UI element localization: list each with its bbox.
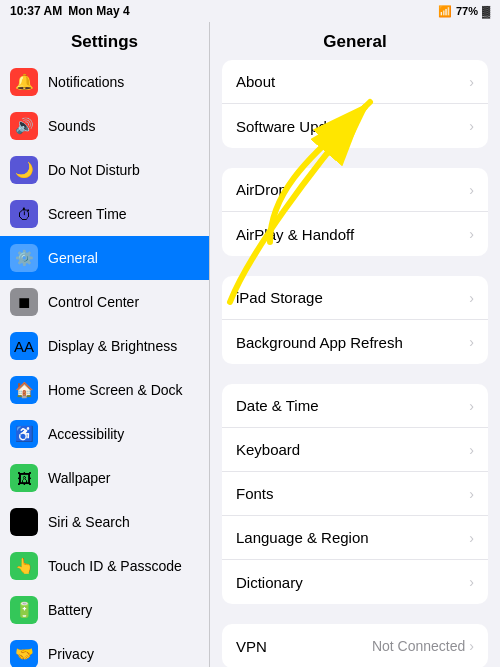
- sidebar: Settings 🔔Notifications🔊Sounds🌙Do Not Di…: [0, 22, 210, 667]
- sidebar-item-label-sounds: Sounds: [48, 118, 95, 134]
- row-label-dictionary: Dictionary: [236, 574, 303, 591]
- chevron-icon-date-time: ›: [469, 398, 474, 414]
- sidebar-item-label-screen-time: Screen Time: [48, 206, 127, 222]
- settings-row-language-region[interactable]: Language & Region›: [222, 516, 488, 560]
- sidebar-item-wallpaper[interactable]: 🖼Wallpaper: [0, 456, 209, 500]
- status-time: 10:37 AM: [10, 4, 62, 18]
- notifications-icon: 🔔: [10, 68, 38, 96]
- settings-row-keyboard[interactable]: Keyboard›: [222, 428, 488, 472]
- display-brightness-icon: AA: [10, 332, 38, 360]
- sidebar-item-label-do-not-disturb: Do Not Disturb: [48, 162, 140, 178]
- chevron-icon-language-region: ›: [469, 530, 474, 546]
- settings-group-group4: Date & Time›Keyboard›Fonts›Language & Re…: [222, 384, 488, 604]
- control-center-icon: ◼: [10, 288, 38, 316]
- main-container: Settings 🔔Notifications🔊Sounds🌙Do Not Di…: [0, 22, 500, 667]
- row-right-airplay-handoff: ›: [469, 226, 474, 242]
- settings-row-background-app-refresh[interactable]: Background App Refresh›: [222, 320, 488, 364]
- sidebar-item-label-touch-id-passcode: Touch ID & Passcode: [48, 558, 182, 574]
- row-label-software-update: Software Update: [236, 118, 348, 135]
- row-label-vpn: VPN: [236, 638, 267, 655]
- sidebar-item-home-screen-dock[interactable]: 🏠Home Screen & Dock: [0, 368, 209, 412]
- settings-row-ipad-storage[interactable]: iPad Storage›: [222, 276, 488, 320]
- row-right-dictionary: ›: [469, 574, 474, 590]
- settings-row-date-time[interactable]: Date & Time›: [222, 384, 488, 428]
- settings-group-group1: About›Software Update›: [222, 60, 488, 148]
- sidebar-item-notifications[interactable]: 🔔Notifications: [0, 60, 209, 104]
- battery-text: 77%: [456, 5, 478, 17]
- row-right-about: ›: [469, 74, 474, 90]
- settings-row-airdrop[interactable]: AirDrop›: [222, 168, 488, 212]
- row-right-background-app-refresh: ›: [469, 334, 474, 350]
- row-label-background-app-refresh: Background App Refresh: [236, 334, 403, 351]
- settings-row-vpn[interactable]: VPNNot Connected›: [222, 624, 488, 667]
- sidebar-item-accessibility[interactable]: ♿Accessibility: [0, 412, 209, 456]
- general-icon: ⚙️: [10, 244, 38, 272]
- sidebar-item-screen-time[interactable]: ⏱Screen Time: [0, 192, 209, 236]
- sidebar-item-label-display-brightness: Display & Brightness: [48, 338, 177, 354]
- chevron-icon-background-app-refresh: ›: [469, 334, 474, 350]
- chevron-icon-about: ›: [469, 74, 474, 90]
- sidebar-item-label-general: General: [48, 250, 98, 266]
- chevron-icon-airplay-handoff: ›: [469, 226, 474, 242]
- sidebar-item-label-wallpaper: Wallpaper: [48, 470, 111, 486]
- settings-group-group5: VPNNot Connected›: [222, 624, 488, 667]
- row-label-airdrop: AirDrop: [236, 181, 287, 198]
- chevron-icon-vpn: ›: [469, 638, 474, 654]
- sidebar-item-display-brightness[interactable]: AADisplay & Brightness: [0, 324, 209, 368]
- settings-row-airplay-handoff[interactable]: AirPlay & Handoff›: [222, 212, 488, 256]
- touch-id-passcode-icon: 👆: [10, 552, 38, 580]
- right-panel-groups: About›Software Update›AirDrop›AirPlay & …: [210, 60, 500, 667]
- row-label-about: About: [236, 73, 275, 90]
- settings-row-software-update[interactable]: Software Update›: [222, 104, 488, 148]
- sidebar-item-privacy[interactable]: 🤝Privacy: [0, 632, 209, 667]
- row-label-language-region: Language & Region: [236, 529, 369, 546]
- sidebar-item-touch-id-passcode[interactable]: 👆Touch ID & Passcode: [0, 544, 209, 588]
- row-right-date-time: ›: [469, 398, 474, 414]
- sidebar-item-control-center[interactable]: ◼Control Center: [0, 280, 209, 324]
- settings-group-group3: iPad Storage›Background App Refresh›: [222, 276, 488, 364]
- screen-time-icon: ⏱: [10, 200, 38, 228]
- sidebar-item-battery[interactable]: 🔋Battery: [0, 588, 209, 632]
- sidebar-item-do-not-disturb[interactable]: 🌙Do Not Disturb: [0, 148, 209, 192]
- sidebar-item-label-notifications: Notifications: [48, 74, 124, 90]
- sidebar-title: Settings: [0, 22, 209, 60]
- settings-row-about[interactable]: About›: [222, 60, 488, 104]
- chevron-icon-airdrop: ›: [469, 182, 474, 198]
- sidebar-item-label-siri-search: Siri & Search: [48, 514, 130, 530]
- status-right-icons: 📶 77% ▓: [438, 5, 490, 18]
- sidebar-item-label-control-center: Control Center: [48, 294, 139, 310]
- chevron-icon-ipad-storage: ›: [469, 290, 474, 306]
- right-panel-title: General: [210, 22, 500, 60]
- status-bar: 10:37 AM Mon May 4 📶 77% ▓: [0, 0, 500, 22]
- wifi-icon: 📶: [438, 5, 452, 18]
- siri-search-icon: 🎙: [10, 508, 38, 536]
- sidebar-item-general[interactable]: ⚙️General: [0, 236, 209, 280]
- home-screen-dock-icon: 🏠: [10, 376, 38, 404]
- sidebar-item-sounds[interactable]: 🔊Sounds: [0, 104, 209, 148]
- row-label-fonts: Fonts: [236, 485, 274, 502]
- sidebar-item-label-accessibility: Accessibility: [48, 426, 124, 442]
- settings-group-group2: AirDrop›AirPlay & Handoff›: [222, 168, 488, 256]
- row-label-keyboard: Keyboard: [236, 441, 300, 458]
- sidebar-items-list: 🔔Notifications🔊Sounds🌙Do Not Disturb⏱Scr…: [0, 60, 209, 667]
- chevron-icon-keyboard: ›: [469, 442, 474, 458]
- right-panel: General About›Software Update›AirDrop›Ai…: [210, 22, 500, 667]
- row-right-ipad-storage: ›: [469, 290, 474, 306]
- sidebar-item-siri-search[interactable]: 🎙Siri & Search: [0, 500, 209, 544]
- battery-icon: ▓: [482, 5, 490, 17]
- settings-row-dictionary[interactable]: Dictionary›: [222, 560, 488, 604]
- sounds-icon: 🔊: [10, 112, 38, 140]
- row-right-fonts: ›: [469, 486, 474, 502]
- row-label-date-time: Date & Time: [236, 397, 319, 414]
- privacy-icon: 🤝: [10, 640, 38, 667]
- sidebar-item-label-home-screen-dock: Home Screen & Dock: [48, 382, 183, 398]
- battery-icon: 🔋: [10, 596, 38, 624]
- row-right-keyboard: ›: [469, 442, 474, 458]
- row-value-vpn: Not Connected: [372, 638, 465, 654]
- accessibility-icon: ♿: [10, 420, 38, 448]
- settings-row-fonts[interactable]: Fonts›: [222, 472, 488, 516]
- chevron-icon-fonts: ›: [469, 486, 474, 502]
- row-right-software-update: ›: [469, 118, 474, 134]
- row-label-ipad-storage: iPad Storage: [236, 289, 323, 306]
- right-panel-wrapper: General About›Software Update›AirDrop›Ai…: [210, 22, 500, 667]
